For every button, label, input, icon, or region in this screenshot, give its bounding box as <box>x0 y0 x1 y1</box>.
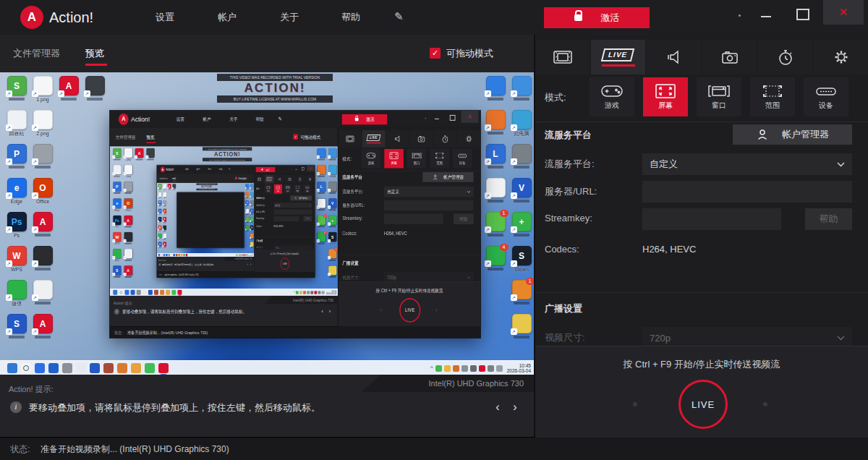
gpu-label: Intel(R) UHD Graphics 730 <box>362 375 534 392</box>
taskbar-app-icon <box>161 254 163 256</box>
shortcut-arrow-icon: ↗ <box>135 156 137 158</box>
mode-device-button[interactable]: 设备 <box>804 77 848 116</box>
watermark-line3: BUY LIFETIME LICENSE AT WWW.MIRILLIS.COM <box>196 189 217 190</box>
minimize-button[interactable] <box>761 16 771 17</box>
tray-icon <box>470 365 477 372</box>
live-start-button[interactable]: LIVE <box>678 380 728 429</box>
mode-game-button: 游戏 <box>362 149 380 169</box>
taskbar-app-icon <box>119 290 123 295</box>
menu-help[interactable]: 帮助 <box>341 0 360 35</box>
taskbar-tray: ^ 10:45 2026-03-04 <box>430 362 531 374</box>
tab-settings[interactable] <box>814 40 868 74</box>
mode-region-button[interactable]: 范围 <box>750 77 795 116</box>
desktop-icon: ↗ <box>327 265 338 278</box>
server-url-input[interactable] <box>642 181 852 203</box>
shortcut-arrow-icon: ↗ <box>250 245 251 247</box>
tray-icon <box>244 255 245 256</box>
codecs-value: H264, HEVC <box>384 231 407 236</box>
shortcut-arrow-icon: ↗ <box>167 187 169 189</box>
menu-help: 帮助 <box>255 111 263 128</box>
speaker-icon <box>665 48 684 67</box>
desktop-icon: V↗ <box>509 178 534 203</box>
preview-desktop[interactable]: THIS VIDEO WAS RECORDED WITH TRIAL VERSI… <box>0 72 534 375</box>
menu-account[interactable]: 帐户 <box>218 0 237 35</box>
tab-audio <box>386 130 409 148</box>
live-tab-underline <box>367 142 381 143</box>
video-size-dropdown: 720p <box>384 272 474 283</box>
live-control-area: 按 Ctrl + F9 开始/停止实时传送视频流 LIVE <box>535 346 868 438</box>
streamkey-input[interactable] <box>642 208 781 230</box>
taskbar-app-icon <box>103 363 114 373</box>
desktop-icon: ↗ <box>145 148 156 161</box>
pen-icon[interactable]: ✎ <box>394 0 404 35</box>
tab-live[interactable]: LIVE <box>591 40 645 74</box>
tab-recordings[interactable] <box>535 40 590 74</box>
person-icon <box>756 128 769 141</box>
mode-device-label: 设备 <box>459 161 466 166</box>
taskbar-app-icon <box>171 254 173 256</box>
close-button[interactable]: ✕ <box>823 0 864 25</box>
tip-prev-button: ‹ <box>319 307 326 316</box>
stream-section-title: 流服务平台 <box>342 174 362 181</box>
streamkey-help-button[interactable]: 帮助 <box>805 208 852 230</box>
desktop-icon: ↗2.png <box>163 192 167 199</box>
shortcut-arrow-icon: ↗ <box>250 229 251 230</box>
tray-icon <box>453 365 459 372</box>
shortcut-arrow-icon: ↗ <box>511 192 517 199</box>
shortcut-arrow-icon: ↗ <box>245 187 247 189</box>
shortcut-arrow-icon: ↗ <box>124 156 127 158</box>
tray-icon <box>318 291 320 294</box>
tip-area: Intel(R) UHD Graphics 730 Action! 提示: i … <box>110 296 338 326</box>
mode-screen-button[interactable]: 屏幕 <box>643 77 688 116</box>
chevron-down-icon <box>467 276 471 278</box>
tab-audio[interactable] <box>647 40 701 74</box>
mode-window-button[interactable]: 窗口 <box>697 77 741 116</box>
shortcut-arrow-icon: ↗ <box>32 158 38 165</box>
tab-screenshot[interactable] <box>702 40 757 74</box>
tab-benchmark[interactable] <box>758 40 812 74</box>
desktop-icon: e↗Edge <box>158 208 162 215</box>
status-bar: 状态: 准备开始视频录制... (Intel(R) UHD Graphics 7… <box>157 272 315 278</box>
desktop-icon: A↗ <box>163 242 167 247</box>
activate-button[interactable]: 激活 <box>544 7 650 28</box>
maximize-button[interactable] <box>796 9 809 20</box>
shortcut-arrow-icon: ↗ <box>485 192 491 199</box>
shortcut-arrow-icon: ↗ <box>328 223 331 226</box>
server-url-label: 服务器/URL: <box>256 210 265 213</box>
draggable-mode-label: 可拖动模式 <box>446 35 493 72</box>
tip-prev-button[interactable]: ‹ <box>490 399 505 416</box>
shortcut-arrow-icon: ↗ <box>511 124 517 131</box>
action-logo-icon: A <box>119 114 129 125</box>
video-size-label: 视频尺寸: <box>545 331 585 344</box>
shortcut-arrow-icon: ↗ <box>485 226 491 233</box>
draggable-mode-checkbox[interactable]: ✓ <box>430 48 441 59</box>
account-manager-button[interactable]: 帐户管理器 <box>733 124 852 145</box>
watermark-logo-text: ACTION! <box>203 150 252 158</box>
shortcut-arrow-icon: ↗ <box>328 172 331 175</box>
mode-window-label: 窗口 <box>712 101 726 111</box>
live-tab-underline <box>266 181 272 182</box>
tip-next-button[interactable]: › <box>508 399 522 416</box>
tab-preview[interactable]: 预览 <box>85 35 104 72</box>
decorative-dot <box>435 309 438 311</box>
tray-icon <box>296 291 299 294</box>
menu-settings[interactable]: 设置 <box>156 0 174 35</box>
desktop-icon: ↗ <box>316 198 327 210</box>
tab-file-manager[interactable]: 文件管理器 <box>13 35 60 72</box>
decorative-dot <box>272 263 273 264</box>
desktop-icon: L↗ <box>316 182 327 194</box>
taskbar-app-icon <box>48 363 59 373</box>
taskbar-app-icon <box>176 254 178 256</box>
mode-screen-label: 屏幕 <box>391 161 397 166</box>
codecs-label: Codecs: <box>342 231 357 236</box>
desktop-icon: S↗ <box>112 265 123 278</box>
desktop-icon: ↗4 <box>316 232 327 244</box>
platform-dropdown[interactable]: 自定义 <box>642 153 852 175</box>
desktop-icon: e↗Edge <box>4 178 29 205</box>
platform-dropdown: 自定义 <box>274 203 312 208</box>
taskbar-app-icon <box>21 363 31 373</box>
shortcut-arrow-icon: ↗ <box>317 223 320 226</box>
mode-game-button[interactable]: 游戏 <box>590 77 634 116</box>
menu-about[interactable]: 关于 <box>280 0 299 35</box>
shortcut-arrow-icon: ↗ <box>6 226 12 233</box>
